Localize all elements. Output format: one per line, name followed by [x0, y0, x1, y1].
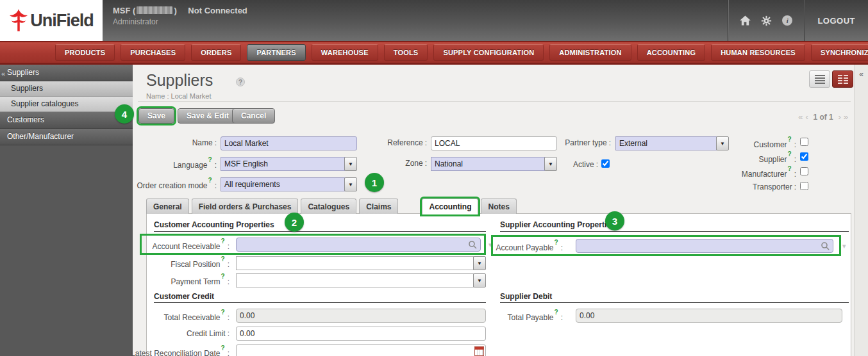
- sidebar-section-suppliers[interactable]: Suppliers: [0, 65, 133, 81]
- first-page-icon[interactable]: «: [798, 112, 803, 122]
- calendar-icon[interactable]: [474, 346, 484, 356]
- next-page-icon[interactable]: ›: [838, 112, 840, 122]
- menu-item-products[interactable]: PRODUCTS: [55, 44, 115, 61]
- record-label: Name : Local Market: [146, 92, 211, 100]
- credit-limit-field[interactable]: [236, 327, 486, 341]
- dropdown-arrow-icon[interactable]: ▼: [473, 273, 486, 287]
- connection-status: Not Connected: [188, 6, 247, 15]
- list-view-button[interactable]: [809, 70, 830, 88]
- fiscal-position-label: Fiscal Position?:: [146, 258, 230, 269]
- sidebar-section-customers[interactable]: Customers: [0, 112, 133, 129]
- sidebar-collapse-icon[interactable]: «: [1, 70, 5, 77]
- menu-item-administration[interactable]: ADMINISTRATION: [549, 44, 631, 61]
- menu-item-human-resources[interactable]: HUMAN RESOURCES: [711, 44, 805, 61]
- magnifier-icon[interactable]: [821, 241, 830, 250]
- logout-button[interactable]: LOGOUT: [805, 0, 868, 41]
- account-receivable-label: Account Receivable?:: [133, 240, 230, 251]
- cancel-button[interactable]: Cancel: [232, 108, 275, 124]
- instance-name-redacted: [137, 6, 172, 14]
- menu-item-partners[interactable]: PARTNERS: [247, 44, 305, 61]
- reference-label: Reference:: [363, 138, 427, 147]
- name-label: Name:: [153, 138, 217, 147]
- supplier-checkbox[interactable]: [800, 152, 808, 161]
- partner-type-select[interactable]: External ▼: [615, 136, 729, 150]
- annotation-marker-1: 1: [365, 173, 384, 192]
- page-indicator: 1 of 1: [813, 113, 833, 122]
- prev-page-icon[interactable]: ‹: [805, 112, 808, 122]
- magnifier-icon[interactable]: [468, 240, 477, 249]
- menu-item-synchronization[interactable]: SYNCHRONIZATION: [811, 44, 868, 61]
- pagination: «‹ 1 of 1 ›»: [769, 112, 849, 122]
- menu-item-purchases[interactable]: PURCHASES: [121, 44, 185, 61]
- transporter-checkbox[interactable]: [800, 182, 808, 190]
- form-grid-icon: [838, 75, 848, 84]
- transporter-label: Transporter:: [719, 182, 796, 191]
- save-button[interactable]: Save: [138, 108, 174, 124]
- zone-select[interactable]: National ▼: [431, 157, 557, 171]
- sidebar-item-suppliers[interactable]: Suppliers: [0, 81, 133, 97]
- menu-item-supply-configuration[interactable]: SUPPLY CONFIGURATION: [433, 44, 544, 61]
- payment-term-select[interactable]: ▼: [236, 273, 486, 287]
- language-select[interactable]: MSF English ▼: [221, 157, 357, 171]
- gear-icon[interactable]: [761, 15, 772, 26]
- account-payable-label: Account Payable?:: [485, 241, 563, 252]
- unifield-tree-icon: [9, 8, 28, 33]
- view-switcher: [809, 70, 853, 88]
- menu-item-tools[interactable]: TOOLS: [384, 44, 428, 61]
- home-icon[interactable]: [740, 15, 751, 26]
- reference-field[interactable]: [431, 136, 557, 150]
- order-creation-mode-label: Order creation mode?:: [121, 179, 217, 190]
- sidebar: « Suppliers Suppliers Supplier catalogue…: [0, 65, 133, 356]
- tab-accounting[interactable]: Accounting: [422, 198, 478, 214]
- tab-notes[interactable]: Notes: [481, 198, 516, 214]
- name-field[interactable]: [221, 136, 357, 150]
- last-page-icon[interactable]: »: [844, 112, 848, 122]
- instance-prefix: MSF (: [113, 6, 135, 15]
- manufacturer-checkbox[interactable]: [800, 167, 808, 175]
- tab-catalogues[interactable]: Catalogues: [301, 198, 356, 214]
- order-creation-mode-select[interactable]: All requirements ▼: [221, 177, 357, 191]
- tab-general[interactable]: General: [146, 198, 189, 214]
- save-edit-button[interactable]: Save & Edit: [178, 108, 238, 124]
- supplier-accounting-properties-title: Supplier Accounting Properties: [500, 220, 615, 229]
- tab-field-orders-purchases[interactable]: Field orders & Purchases: [192, 198, 299, 214]
- supplier-debit-title: Supplier Debit: [500, 292, 552, 301]
- payment-term-label: Payment Term?:: [146, 275, 230, 286]
- title-help-icon[interactable]: ?: [236, 77, 245, 86]
- sidebar-item-supplier-catalogues[interactable]: Supplier catalogues: [0, 97, 133, 112]
- notebook-tabs: General Field orders & Purchases Catalog…: [146, 198, 517, 214]
- active-checkbox[interactable]: [601, 159, 610, 168]
- form-view-button[interactable]: [832, 70, 853, 88]
- instance-suffix: ): [174, 6, 176, 15]
- main-menu: PRODUCTS PURCHASES ORDERS PARTNERS WAREH…: [0, 41, 868, 65]
- section-divider: [154, 231, 486, 232]
- instance-info: MSF () Not Connected Administrator: [113, 6, 247, 26]
- current-user: Administrator: [113, 17, 247, 26]
- credit-limit-label: Credit Limit:: [146, 329, 230, 338]
- dropdown-arrow-icon[interactable]: ▼: [344, 157, 357, 171]
- info-icon[interactable]: i: [782, 15, 792, 26]
- latest-reconciliation-date-field[interactable]: [236, 344, 486, 356]
- header-icons: i: [728, 0, 804, 41]
- fiscal-position-select[interactable]: ▼: [236, 256, 486, 270]
- dropdown-arrow-icon[interactable]: ▼: [344, 177, 357, 191]
- menu-item-orders[interactable]: ORDERS: [191, 44, 241, 61]
- unifield-app: UniField MSF () Not Connected Administra…: [0, 0, 868, 356]
- customer-checkbox[interactable]: [800, 138, 808, 146]
- customer-accounting-properties-title: Customer Accounting Properties: [154, 220, 274, 229]
- menu-item-warehouse[interactable]: WAREHOUSE: [312, 44, 378, 61]
- panel-collapse-icon[interactable]: «: [859, 70, 864, 79]
- account-receivable-field[interactable]: [236, 238, 481, 252]
- app-logo[interactable]: UniField: [0, 0, 103, 41]
- tab-claims[interactable]: Claims: [359, 198, 398, 214]
- sidebar-section-other-manufacturer[interactable]: Other/Manufacturer: [0, 129, 133, 145]
- account-payable-field[interactable]: [576, 239, 833, 253]
- app-header: UniField MSF () Not Connected Administra…: [0, 0, 868, 41]
- customer-credit-title: Customer Credit: [154, 292, 214, 301]
- manufacturer-label: Manufacturer?:: [719, 168, 796, 179]
- total-receivable-label: Total Receivable?:: [133, 311, 230, 322]
- dropdown-arrow-icon[interactable]: ▼: [473, 256, 486, 270]
- menu-item-accounting[interactable]: ACCOUNTING: [637, 44, 706, 61]
- active-label: Active:: [542, 160, 598, 169]
- language-label: Language?:: [140, 159, 217, 170]
